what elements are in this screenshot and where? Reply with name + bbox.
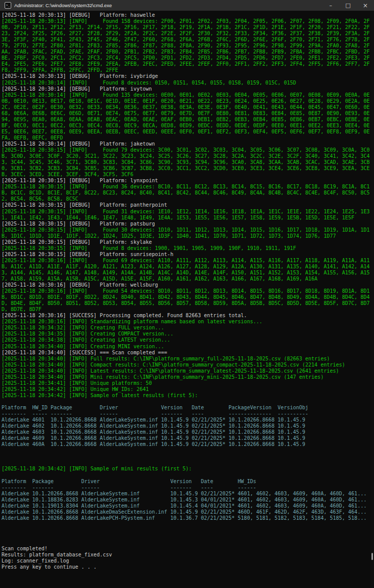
log-line: [2025-11-18 20:34:40] [INFO] Creating MI…	[2, 344, 369, 350]
log-line: AlderLake 10.1.20266.8668 AlderLakeDmaSe…	[2, 509, 369, 515]
log-line: Results: platform_database_fixed.csv	[2, 552, 369, 558]
log-line: [2025-11-18 20:34:40] [INFO] Compact res…	[2, 362, 369, 368]
log-line: [2025-11-18 20:30:13] [DEBUG] Platform: …	[2, 73, 369, 79]
log-line: AlderLake 10.1.19013.8304 AlderLakeSyste…	[2, 503, 369, 509]
log-line: AlderLake 460A 10.1.20266.8668 AlderLake…	[2, 441, 369, 447]
log-line: Scan completed!	[2, 546, 369, 552]
log-line	[2, 472, 369, 479]
log-line: [2025-11-18 20:34:40] [INFO] Mini result…	[2, 374, 369, 380]
log-line: Log: scanner_fixed.log	[2, 558, 369, 564]
maximize-icon: □	[345, 2, 351, 9]
log-line: [2025-11-18 20:30:13] [DEBUG] Platform: …	[2, 12, 369, 18]
log-line: [2025-11-18 20:30:16] [INFO] Standardizi…	[2, 319, 369, 325]
log-line: Platform HW_ID Package Driver Version Da…	[2, 405, 369, 411]
log-line: Press any key to continue . . .	[2, 564, 369, 570]
log-line: [2025-11-18 20:34:40] [SUCCESS] === Scan…	[2, 350, 369, 356]
log-line: [2025-11-18 20:34:42] [INFO] Unique HW_I…	[2, 386, 369, 393]
log-line	[2, 540, 369, 546]
log-line: [2025-11-18 20:30:16] [SUCCESS] Processi…	[2, 313, 369, 319]
log-line: [2025-11-18 20:34:42] [INFO] Sample of m…	[2, 466, 369, 472]
log-line	[2, 399, 369, 405]
log-line: -------- ----- ------- ------ ------- --…	[2, 411, 369, 417]
log-line: [2025-11-18 20:34:35] [INFO] Creating CO…	[2, 331, 369, 337]
log-line: [2025-11-18 20:30:15] [INFO] Found 8 dev…	[2, 245, 369, 251]
log-line: [2025-11-18 20:30:16] [DEBUG] Platform: …	[2, 282, 369, 288]
console-output: [2025-11-18 20:30:13] [DEBUG] Platform: …	[2, 12, 374, 570]
window-title: Administrator: C:\windows\system32\cmd.e…	[14, 3, 112, 8]
log-line: -------- ------- ------ ------- ---- ---…	[2, 485, 369, 491]
scrollbar-thumb[interactable]	[371, 553, 373, 560]
log-line: [2025-11-18 20:30:15] [DEBUG] Platform: …	[2, 202, 369, 208]
log-line: AlderLake 4603 10.1.20266.8668 AlderLake…	[2, 429, 369, 435]
close-button[interactable]: ×	[357, 0, 374, 11]
log-line: [2025-11-18 20:30:14] [DEBUG] Platform: …	[2, 141, 369, 147]
scrollbar-track[interactable]	[370, 11, 374, 588]
log-line: [2025-11-18 20:30:14] [INFO] Found 135 d…	[2, 92, 369, 141]
console-viewport[interactable]: [2025-11-18 20:30:13] [DEBUG] Platform: …	[0, 11, 374, 588]
log-line: Platform Package Driver Version Date HW_…	[2, 479, 369, 485]
log-line: [2025-11-18 20:30:15] [DEBUG] Platform: …	[2, 251, 369, 258]
log-line	[2, 447, 369, 454]
log-line: AlderLake 10.1.20266.8668 AlderLakeSyste…	[2, 491, 369, 497]
maximize-button[interactable]: □	[339, 0, 357, 11]
log-line: [2025-11-18 20:30:15] [INFO] Found 31 de…	[2, 209, 369, 221]
log-line: AlderLake 10.1.20266.8668 AlderLakePCH-P…	[2, 515, 369, 521]
log-line: [2025-11-18 20:30:14] [INFO] Found 8 dev…	[2, 80, 369, 86]
log-line: [2025-11-18 20:30:16] [INFO] Found 54 de…	[2, 288, 369, 313]
log-line: [2025-11-18 20:30:15] [DEBUG] Platform: …	[2, 221, 369, 227]
log-line: [2025-11-18 20:30:15] [INFO] Found 79 de…	[2, 147, 369, 178]
log-line	[2, 527, 369, 534]
log-line: [2025-11-18 20:34:32] [INFO] Creating FU…	[2, 325, 369, 331]
log-line: [2025-11-18 20:30:14] [DEBUG] Platform: …	[2, 86, 369, 92]
log-line: [2025-11-18 20:30:16] [INFO] Found 69 de…	[2, 258, 369, 282]
log-line: [2025-11-18 20:34:41] [INFO] Unique plat…	[2, 380, 369, 386]
log-line: [2025-11-18 20:34:40] [INFO] Full result…	[2, 356, 369, 362]
log-line: [2025-11-18 20:30:15] [DEBUG] Platform: …	[2, 239, 369, 245]
log-line: [2025-11-18 20:30:15] [INFO] Found 36 de…	[2, 184, 369, 202]
log-line: [2025-11-18 20:34:42] [INFO] Sample of l…	[2, 393, 369, 399]
log-line: [2025-11-18 20:30:15] [DEBUG] Platform: …	[2, 178, 369, 184]
log-line: [2025-11-18 20:30:13] [INFO] Found 158 d…	[2, 18, 369, 73]
minimize-button[interactable]: –	[322, 0, 339, 11]
close-icon: ×	[363, 2, 368, 9]
cmd-icon: >_	[5, 2, 11, 9]
log-line: [2025-11-18 20:30:15] [INFO] Found 30 de…	[2, 227, 369, 239]
log-line: [2025-11-18 20:34:40] [INFO] Latest resu…	[2, 368, 369, 374]
log-line	[2, 460, 369, 466]
log-line: AlderLake 4609 10.1.20266.8668 AlderLake…	[2, 435, 369, 441]
log-line	[2, 534, 369, 540]
log-line: AlderLake 4602 10.1.20266.8668 AlderLake…	[2, 423, 369, 429]
log-line: AlderLake 4601 10.1.20266.8668 AlderLake…	[2, 417, 369, 423]
log-line: AlderLake 10.1.18836.8283 AlderLakeSyste…	[2, 497, 369, 503]
minimize-icon: –	[329, 2, 332, 9]
log-line	[2, 521, 369, 527]
log-line	[2, 454, 369, 460]
log-line: [2025-11-18 20:34:38] [INFO] Creating LA…	[2, 337, 369, 343]
title-bar[interactable]: >_ Administrator: C:\windows\system32\cm…	[0, 0, 374, 11]
cmd-window: >_ Administrator: C:\windows\system32\cm…	[0, 0, 374, 588]
